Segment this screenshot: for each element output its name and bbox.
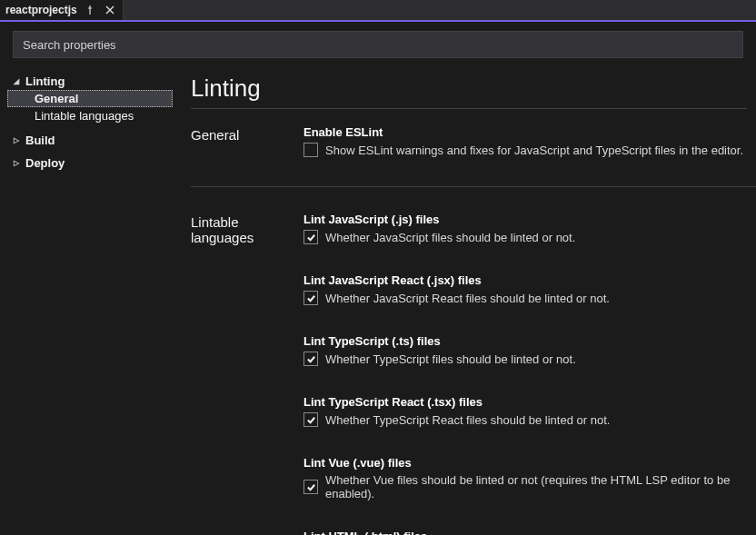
sidebar-item-general[interactable]: General — [7, 90, 173, 107]
chevron-right-icon — [11, 159, 22, 167]
setting-description: Whether TypeScript React files should be… — [325, 413, 610, 427]
tab-title: reactprojectjs — [5, 4, 77, 16]
checkbox[interactable] — [303, 143, 318, 157]
document-tab[interactable]: reactprojectjs — [0, 0, 124, 20]
setting-title: Lint Vue (.vue) files — [303, 456, 747, 470]
checkbox[interactable] — [303, 291, 318, 305]
checkbox[interactable] — [303, 412, 318, 427]
setting-description: Show ESLint warnings and fixes for JavaS… — [325, 144, 743, 157]
setting-title: Lint TypeScript React (.tsx) files — [303, 395, 747, 409]
setting-description: Whether TypeScript files should be linte… — [325, 352, 576, 366]
setting-lint-option: Lint TypeScript React (.tsx) filesWhethe… — [303, 395, 747, 427]
setting-lint-option: Lint TypeScript (.ts) filesWhether TypeS… — [303, 334, 747, 366]
sidebar-item-label: Lintable languages — [35, 109, 134, 123]
setting-lint-option: Lint Vue (.vue) filesWhether Vue files s… — [303, 456, 747, 500]
checkbox[interactable] — [303, 352, 318, 366]
section-lintable-languages: Lintable languages Lint JavaScript (.js)… — [191, 213, 747, 535]
search-bar — [0, 22, 756, 62]
close-icon[interactable] — [103, 3, 117, 17]
sidebar-item-build[interactable]: Build — [7, 132, 173, 149]
pin-icon[interactable] — [83, 3, 97, 17]
sidebar-item-linting[interactable]: Linting — [7, 73, 173, 90]
sidebar-item-label: Deploy — [25, 156, 65, 170]
chevron-down-icon — [11, 77, 22, 85]
sidebar-item-label: Build — [25, 134, 55, 147]
search-input[interactable] — [13, 31, 743, 58]
setting-description: Whether Vue files should be linted or no… — [325, 473, 747, 500]
sidebar-item-lintable-languages[interactable]: Lintable languages — [7, 107, 173, 124]
content-panel: Linting General Enable ESLint Show ESLin… — [173, 62, 756, 535]
setting-description: Whether JavaScript React files should be… — [325, 292, 610, 305]
sidebar-tree: Linting General Lintable languages Build… — [0, 62, 173, 535]
section-general: General Enable ESLint Show ESLint warnin… — [191, 125, 747, 203]
page-title: Linting — [191, 74, 747, 103]
sidebar-item-deploy[interactable]: Deploy — [7, 154, 173, 172]
section-label: General — [191, 125, 282, 203]
sidebar-item-label: Linting — [25, 74, 65, 88]
tab-bar: reactprojectjs — [0, 0, 756, 22]
checkbox[interactable] — [303, 480, 318, 494]
sidebar-item-label: General — [35, 92, 78, 105]
divider — [191, 186, 756, 187]
setting-lint-option: Lint JavaScript (.js) filesWhether JavaS… — [303, 213, 747, 244]
chevron-right-icon — [11, 136, 22, 144]
setting-lint-option: Lint JavaScript React (.jsx) filesWhethe… — [303, 273, 747, 305]
setting-description: Whether JavaScript files should be linte… — [325, 231, 575, 244]
setting-lint-option: Lint HTML (.html) files — [303, 530, 747, 535]
section-label: Lintable languages — [191, 213, 282, 535]
setting-title: Enable ESLint — [303, 125, 747, 139]
setting-title: Lint JavaScript (.js) files — [303, 213, 747, 226]
setting-title: Lint TypeScript (.ts) files — [303, 334, 747, 348]
setting-enable-eslint: Enable ESLint Show ESLint warnings and f… — [303, 125, 747, 157]
setting-title: Lint HTML (.html) files — [303, 530, 747, 535]
checkbox[interactable] — [303, 230, 318, 244]
divider — [191, 108, 747, 109]
setting-title: Lint JavaScript React (.jsx) files — [303, 273, 747, 287]
